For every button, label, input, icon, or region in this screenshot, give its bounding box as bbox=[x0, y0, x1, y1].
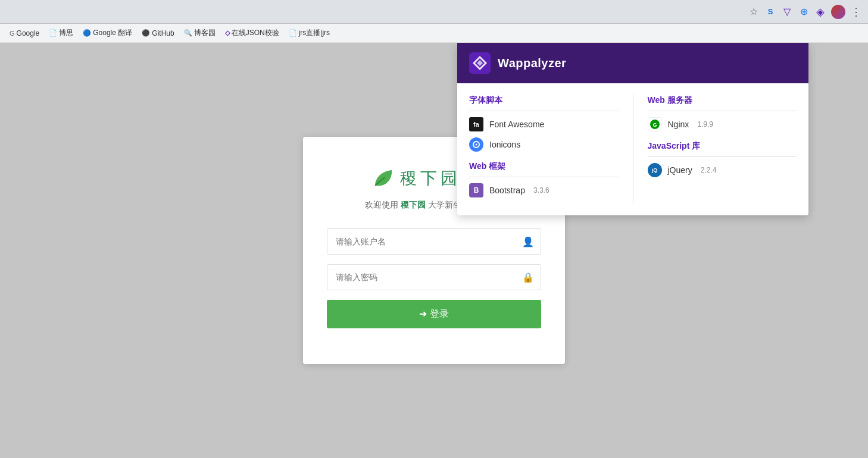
bookmark-github[interactable]: ⚫ GitHub bbox=[138, 28, 177, 39]
extension-icon-1[interactable]: S bbox=[764, 6, 776, 18]
user-avatar[interactable] bbox=[831, 5, 845, 19]
wappalyzer-body: 字体脚本 fa Font Awesome Ionicons Web 框架 bbox=[457, 83, 808, 215]
jquery-name: jQuery bbox=[668, 165, 692, 175]
bookmark-blog[interactable]: 🔍 博客园 bbox=[180, 27, 219, 39]
json-icon: ◇ bbox=[225, 29, 230, 37]
svg-text:G: G bbox=[652, 122, 657, 128]
wappalyzer-icon[interactable]: ◈ bbox=[814, 6, 826, 18]
wappalyzer-popup: Wappalyzer 字体脚本 fa Font Awesome bbox=[457, 43, 808, 215]
password-input[interactable] bbox=[327, 264, 541, 290]
nginx-icon: G bbox=[648, 117, 662, 131]
wappalyzer-title: Wappalyzer bbox=[498, 57, 566, 70]
bookmark-json-label: 在线JSON校验 bbox=[232, 28, 279, 38]
extension-icon-2[interactable]: ▽ bbox=[781, 6, 793, 18]
jslibrary-section-title: JavaScript 库 bbox=[648, 141, 797, 157]
chrome-toolbar: ☆ S ▽ ⊕ ◈ ⋮ bbox=[0, 0, 868, 24]
bookmark-json[interactable]: ◇ 在线JSON校验 bbox=[221, 27, 283, 39]
main-content: 稷下园 JiXia 欢迎使用 稷下园 大学新生预报名系统 👤 🔒 ➜ 登录 bbox=[0, 43, 868, 458]
chrome-right-icons: ☆ S ▽ ⊕ ◈ ⋮ bbox=[748, 5, 862, 19]
font-awesome-name: Font Awesome bbox=[489, 120, 544, 129]
nginx-name: Nginx bbox=[668, 120, 689, 129]
webframework-section-title: Web 框架 bbox=[469, 161, 619, 177]
login-button[interactable]: ➜ 登录 bbox=[327, 300, 541, 328]
bookmark-jrs-label: jrs直播|jrs bbox=[299, 28, 330, 38]
wapp-divider bbox=[633, 95, 633, 203]
bookmark-jrs[interactable]: 📄 jrs直播|jrs bbox=[285, 27, 333, 39]
ionicons-name: Ionicons bbox=[489, 140, 520, 149]
webserver-section-title: Web 服务器 bbox=[648, 95, 797, 111]
subtitle-prefix: 欢迎使用 bbox=[365, 200, 401, 209]
bookmark-bosi[interactable]: 📄 博思 bbox=[45, 27, 77, 39]
bootstrap-icon: B bbox=[469, 183, 483, 197]
jquery-version: 2.2.4 bbox=[701, 166, 717, 174]
translate-icon: 🔵 bbox=[83, 29, 91, 37]
bookmark-bosi-label: 博思 bbox=[59, 28, 73, 38]
blog-icon: 🔍 bbox=[184, 29, 192, 37]
font-awesome-item: fa Font Awesome bbox=[469, 117, 619, 131]
wappalyzer-header: Wappalyzer bbox=[457, 43, 808, 83]
bookmark-google[interactable]: G Google bbox=[6, 28, 43, 39]
google-icon: G bbox=[10, 30, 15, 37]
nginx-version: 1.9.9 bbox=[697, 120, 713, 128]
jquery-icon: jQ bbox=[648, 163, 662, 177]
subtitle-highlight: 稷下园 bbox=[401, 200, 426, 209]
svg-point-5 bbox=[476, 144, 477, 146]
password-group: 🔒 bbox=[327, 264, 541, 290]
jquery-item: jQ jQuery 2.2.4 bbox=[648, 163, 797, 177]
bookmark-blog-label: 博客园 bbox=[194, 28, 216, 38]
doc-icon-1: 📄 bbox=[49, 29, 57, 37]
bookmark-star-icon[interactable]: ☆ bbox=[748, 6, 760, 18]
nginx-item: G Nginx 1.9.9 bbox=[648, 117, 797, 131]
bookmark-google-label: Google bbox=[17, 29, 40, 37]
username-input[interactable] bbox=[327, 228, 541, 255]
github-icon: ⚫ bbox=[142, 29, 150, 37]
leaf-icon bbox=[370, 167, 394, 190]
bootstrap-item: B Bootstrap 3.3.6 bbox=[469, 183, 619, 197]
fonts-section-title: 字体脚本 bbox=[469, 95, 619, 111]
extension-icon-3[interactable]: ⊕ bbox=[798, 6, 810, 18]
bookmark-translate-label: Google 翻译 bbox=[93, 28, 132, 38]
wapp-left-column: 字体脚本 fa Font Awesome Ionicons Web 框架 bbox=[469, 95, 619, 203]
font-awesome-icon: fa bbox=[469, 117, 483, 131]
username-group: 👤 bbox=[327, 228, 541, 255]
wappalyzer-logo-icon bbox=[469, 52, 491, 74]
bookmark-github-label: GitHub bbox=[152, 29, 174, 37]
user-icon: 👤 bbox=[522, 236, 534, 247]
ionicons-icon bbox=[469, 137, 483, 152]
bootstrap-name: Bootstrap bbox=[489, 186, 525, 195]
more-menu-icon[interactable]: ⋮ bbox=[850, 6, 862, 18]
login-button-label: ➜ 登录 bbox=[419, 308, 448, 321]
ionicons-item: Ionicons bbox=[469, 137, 619, 152]
wapp-right-column: Web 服务器 G Nginx 1.9.9 JavaScript 库 jQ jQ… bbox=[648, 95, 797, 203]
lock-icon: 🔒 bbox=[522, 272, 534, 283]
logo-text-cn: 稷下园 bbox=[400, 167, 461, 190]
jrs-icon: 📄 bbox=[289, 29, 297, 37]
bootstrap-version: 3.3.6 bbox=[533, 186, 549, 195]
bookmarks-bar: G Google 📄 博思 🔵 Google 翻译 ⚫ GitHub 🔍 博客园… bbox=[0, 24, 868, 43]
bookmark-google-translate[interactable]: 🔵 Google 翻译 bbox=[79, 27, 136, 39]
